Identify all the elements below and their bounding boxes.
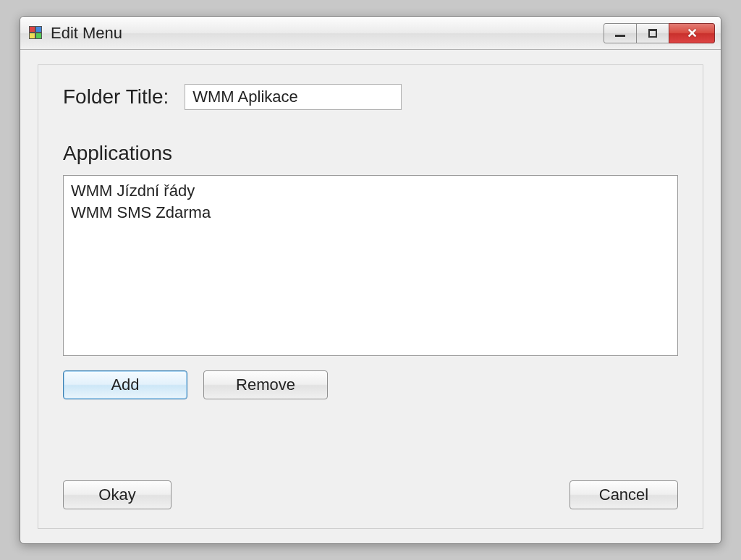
list-buttons-row: Add Remove <box>63 370 678 399</box>
add-button[interactable]: Add <box>63 370 187 399</box>
titlebar[interactable]: Edit Menu ✕ <box>20 17 721 50</box>
folder-title-label: Folder Title: <box>63 85 169 109</box>
list-item[interactable]: WMM SMS Zdarma <box>71 202 670 224</box>
remove-button[interactable]: Remove <box>203 370 328 399</box>
list-item[interactable]: WMM Jízdní řády <box>71 180 670 202</box>
window-title: Edit Menu <box>51 24 604 43</box>
minimize-icon <box>615 35 625 37</box>
folder-title-input[interactable] <box>185 84 402 110</box>
cancel-button[interactable]: Cancel <box>569 480 678 509</box>
dialog-buttons-row: Okay Cancel <box>63 480 678 509</box>
client-area: Folder Title: Applications WMM Jízdní řá… <box>20 50 721 543</box>
applications-listbox[interactable]: WMM Jízdní řády WMM SMS Zdarma <box>63 175 678 356</box>
main-panel: Folder Title: Applications WMM Jízdní řá… <box>38 64 703 529</box>
folder-title-row: Folder Title: <box>63 84 678 110</box>
maximize-button[interactable] <box>636 23 669 43</box>
maximize-icon <box>648 29 657 38</box>
minimize-button[interactable] <box>604 23 637 43</box>
app-icon <box>29 26 43 41</box>
edit-menu-window: Edit Menu ✕ Folder Title: Applications W… <box>20 16 721 544</box>
close-button[interactable]: ✕ <box>669 23 715 43</box>
close-icon: ✕ <box>687 25 698 41</box>
okay-button[interactable]: Okay <box>63 480 172 509</box>
window-controls: ✕ <box>604 23 715 43</box>
applications-heading: Applications <box>63 142 678 165</box>
